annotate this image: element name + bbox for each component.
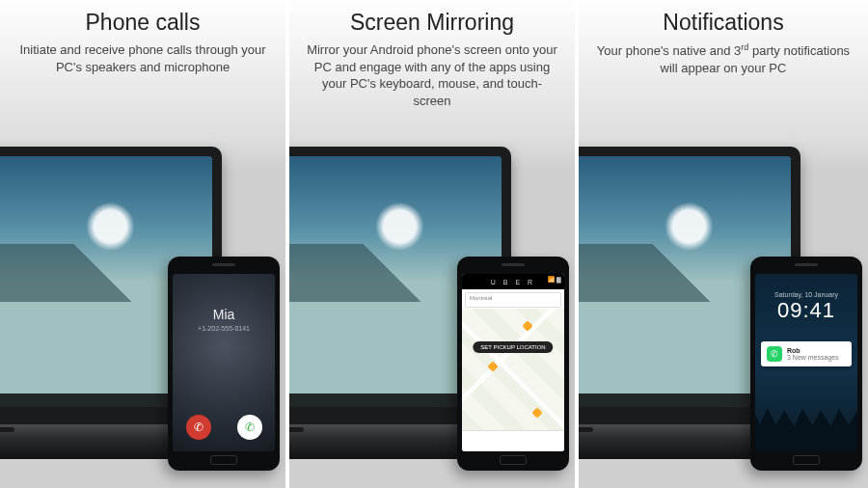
phone-uber-app[interactable]: 📶▇ U B E R Montreal SET PICKUP LOCATION bbox=[462, 274, 564, 451]
phone-map[interactable]: SET PICKUP LOCATION bbox=[462, 309, 564, 430]
notification-sender: Rob bbox=[787, 347, 839, 354]
phone-caller-number: +1-202-555-0141 bbox=[198, 325, 250, 332]
panel-phone-calls: Phone calls Initiate and receive phone c… bbox=[0, 0, 289, 488]
panel-description: Initiate and receive phone calls through… bbox=[17, 41, 268, 75]
panel-title: Screen Mirroring bbox=[307, 10, 557, 36]
scene: Mia +1-202-555-0141 ✕ bbox=[0, 122, 285, 488]
phone-answer-button[interactable]: ✆ bbox=[237, 415, 262, 440]
panel-screen-mirroring: Screen Mirroring Mirror your Android pho… bbox=[289, 0, 579, 488]
set-pickup-button[interactable]: SET PICKUP LOCATION bbox=[473, 341, 553, 353]
phone-lockscreen[interactable]: Saturday, 10 January 09:41 ✆ Rob 3 New m… bbox=[755, 274, 857, 451]
panel-title: Notifications bbox=[596, 10, 851, 36]
scene: ✆ Rob 3 New messages ✕ Write your messag… bbox=[579, 122, 868, 488]
pickup-search-input[interactable]: Montreal bbox=[465, 292, 561, 308]
panel-title: Phone calls bbox=[17, 10, 268, 36]
notification-subtext: 3 New messages bbox=[787, 354, 839, 361]
phone-incoming-call: Mia +1-202-555-0141 ✆ ✆ bbox=[173, 274, 275, 451]
phone: 📶▇ Saturday, 10 January 09:41 ✆ Rob 3 Ne… bbox=[750, 257, 862, 471]
uber-footer bbox=[462, 430, 564, 451]
panel-heading: Screen Mirroring Mirror your Android pho… bbox=[289, 0, 575, 113]
map-marker-icon bbox=[522, 320, 532, 331]
panel-notifications: Notifications Your phone's native and 3r… bbox=[579, 0, 868, 488]
scene: Dell Mobile Connect – My Phone — ▢ ✕ bbox=[289, 122, 575, 488]
map-marker-icon bbox=[487, 361, 498, 371]
whatsapp-icon: ✆ bbox=[767, 346, 782, 362]
feature-panels: Phone calls Initiate and receive phone c… bbox=[0, 0, 868, 488]
panel-description: Your phone's native and 3rd party notifi… bbox=[596, 41, 851, 76]
map-marker-icon bbox=[531, 407, 542, 418]
phone-statusbar: 📶▇ bbox=[462, 274, 564, 284]
lockscreen-time: 09:41 bbox=[755, 298, 857, 323]
panel-heading: Phone calls Initiate and receive phone c… bbox=[0, 0, 285, 79]
phone-caller-name: Mia bbox=[213, 307, 235, 322]
panel-heading: Notifications Your phone's native and 3r… bbox=[579, 0, 868, 80]
panel-description: Mirror your Android phone's screen onto … bbox=[307, 41, 557, 109]
phone-reject-button[interactable]: ✆ bbox=[186, 415, 211, 440]
lockscreen-date: Saturday, 10 January bbox=[755, 291, 857, 298]
lockscreen-notification[interactable]: ✆ Rob 3 New messages bbox=[761, 341, 852, 366]
lockscreen-art bbox=[755, 405, 857, 451]
phone: 📶▇ U B E R Montreal SET PICKUP LOCATION bbox=[457, 257, 569, 471]
phone: ▾📶▇ Mia +1-202-555-0141 ✆ ✆ bbox=[168, 257, 280, 471]
